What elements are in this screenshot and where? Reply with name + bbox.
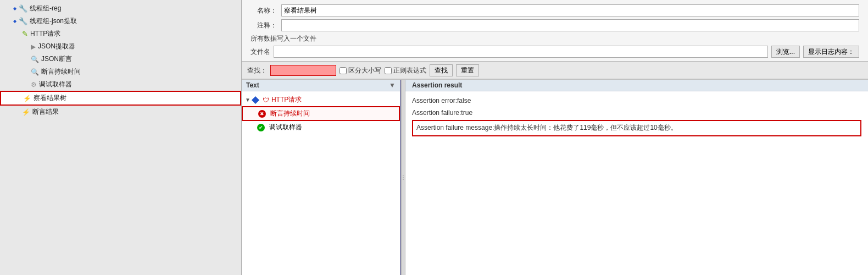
regex-label: 正则表达式 (393, 66, 426, 75)
comment-input[interactable] (281, 19, 859, 31)
sidebar-item-thread-reg[interactable]: ◆ 🔧 线程组-reg (0, 2, 241, 15)
divider-handle[interactable]: ⋮ (401, 80, 405, 275)
search-label: 查找： (247, 66, 267, 75)
comment-label: 注释： (251, 21, 277, 30)
text-tree: ▼ 🛡 HTTP请求 ✖ 断言持续时间 ✔ 调试取样器 (242, 91, 400, 275)
sidebar-item-assert-result[interactable]: ⚡ 断言结果 (0, 106, 241, 118)
sort-icon[interactable]: ▼ (389, 81, 396, 89)
tree-node-debug[interactable]: ✔ 调试取样器 (242, 121, 400, 134)
search-bar: 查找： 区分大小写 正则表达式 查找 重置 (242, 62, 868, 79)
case-sensitive-check[interactable] (340, 67, 347, 74)
sidebar-item-label: 线程组-reg (30, 4, 61, 13)
pencil-icon: ✎ (22, 30, 28, 38)
section-title: 所有数据写入一个文件 (251, 34, 859, 43)
search-icon: 🔍 (31, 56, 39, 63)
assert-icon: ⚡ (22, 108, 30, 116)
dot-icon: ◆ (13, 19, 16, 24)
search-icon: 🔍 (31, 68, 39, 76)
regex-check[interactable] (385, 67, 392, 74)
assertion-pane: Assertion result Assertion error:false A… (405, 80, 868, 275)
debug-icon: ⚙ (31, 81, 37, 89)
name-row: 名称： (251, 4, 859, 16)
sidebar-item-label: 线程组-json提取 (30, 16, 77, 26)
browse-button[interactable]: 浏览... (771, 46, 800, 58)
regex-checkbox[interactable]: 正则表达式 (385, 66, 426, 75)
form-area: 名称： 注释： 所有数据写入一个文件 文件名 浏览... 显示日志内容： (242, 0, 868, 62)
tree-node-label: 调试取样器 (269, 123, 302, 132)
sidebar-item-view-results-tree[interactable]: ⚡ 察看结果树 (0, 91, 241, 106)
search-input[interactable] (270, 65, 336, 76)
view-icon: ⚡ (23, 95, 31, 102)
case-sensitive-label: 区分大小写 (348, 66, 381, 75)
sidebar-item-label: 断言持续时间 (41, 67, 81, 76)
tree-node-http[interactable]: ▼ 🛡 HTTP请求 (242, 94, 400, 106)
name-input[interactable] (281, 4, 859, 16)
thread-icon: 🔧 (19, 4, 27, 13)
text-pane: Text ▼ ▼ 🛡 HTTP请求 ✖ 断言持续时间 ✔ (242, 80, 401, 275)
log-button[interactable]: 显示日志内容： (803, 46, 859, 58)
success-icon: ✔ (257, 124, 265, 131)
sidebar-item-http-request[interactable]: ✎ HTTP请求 (0, 28, 241, 40)
sidebar-item-json-extractor[interactable]: ▶ JSON提取器 (0, 40, 241, 53)
thread-icon: 🔧 (19, 17, 27, 25)
tree-node-label: HTTP请求 (271, 95, 302, 105)
file-row: 文件名 浏览... 显示日志内容： (251, 46, 859, 58)
text-pane-title: Text (246, 81, 259, 89)
assertion-line-3: Assertion failure message:操作持续太长时间：他花费了1… (412, 120, 861, 136)
find-button[interactable]: 查找 (430, 64, 453, 76)
main-panel: 名称： 注释： 所有数据写入一个文件 文件名 浏览... 显示日志内容： 查找：… (242, 0, 868, 275)
sidebar-item-label: 断言结果 (32, 107, 59, 117)
assertion-line-2: Assertion failure:true (412, 108, 861, 118)
sidebar: ◆ 🔧 线程组-reg ◆ 🔧 线程组-json提取 ✎ HTTP请求 ▶ JS… (0, 0, 242, 275)
error-icon: ✖ (258, 110, 266, 118)
comment-row: 注释： (251, 19, 859, 31)
expand-arrow[interactable]: ▼ (245, 97, 251, 103)
text-pane-header: Text ▼ (242, 80, 400, 91)
diamond-icon (252, 96, 259, 103)
assertion-line-1: Assertion error:false (412, 96, 861, 106)
results-area: Text ▼ ▼ 🛡 HTTP请求 ✖ 断言持续时间 ✔ (242, 79, 868, 275)
sidebar-item-label: JSON断言 (41, 54, 72, 64)
reset-button[interactable]: 重置 (456, 64, 479, 76)
extractor-icon: ▶ (31, 43, 36, 51)
sidebar-item-debug-sampler[interactable]: ⚙ 调试取样器 (0, 78, 241, 91)
assertion-content: Assertion error:false Assertion failure:… (405, 91, 868, 275)
sidebar-item-label: 调试取样器 (39, 80, 72, 89)
sidebar-item-label: 察看结果树 (34, 94, 66, 103)
tree-node-label: 断言持续时间 (270, 109, 310, 118)
sidebar-item-thread-json[interactable]: ◆ 🔧 线程组-json提取 (0, 15, 241, 28)
sidebar-item-label: JSON提取器 (38, 42, 75, 51)
filename-input[interactable] (274, 46, 768, 58)
tree-node-assert-duration[interactable]: ✖ 断言持续时间 (242, 106, 400, 121)
sidebar-item-json-assert[interactable]: 🔍 JSON断言 (0, 53, 241, 65)
filename-label: 文件名 (251, 47, 270, 57)
http-node-icon: 🛡 (263, 96, 269, 104)
sidebar-item-label: HTTP请求 (30, 29, 60, 38)
dot-icon: ◆ (13, 6, 16, 11)
case-sensitive-checkbox[interactable]: 区分大小写 (340, 66, 381, 75)
name-label: 名称： (251, 6, 277, 15)
sidebar-item-assert-duration[interactable]: 🔍 断言持续时间 (0, 65, 241, 78)
assertion-header: Assertion result (405, 80, 868, 91)
